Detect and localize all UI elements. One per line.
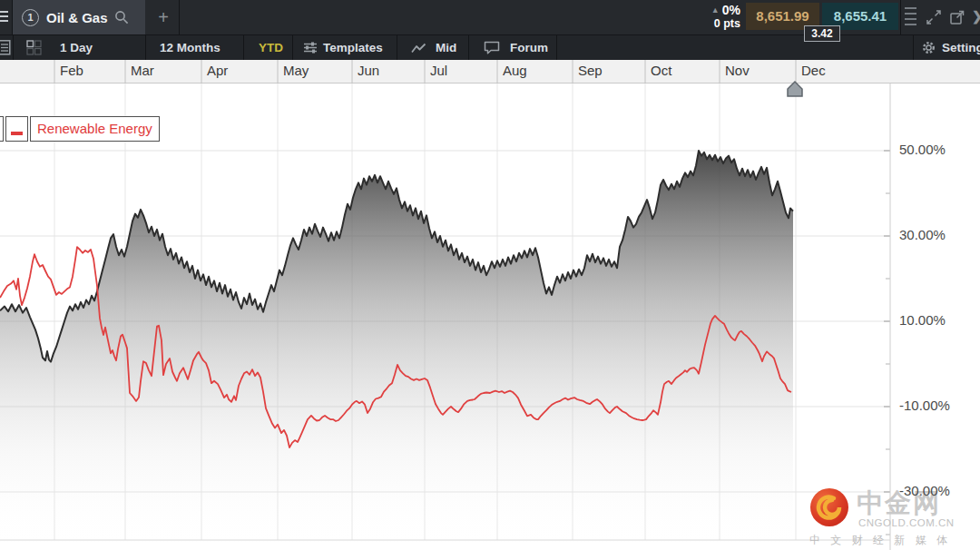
- title-bar: 1 Oil & Gas + ▲0% 0 pts 8,651.99 8,655.4…: [0, 0, 980, 34]
- change-block: ▲0% 0 pts: [682, 3, 740, 31]
- watermark-tagline: 中 文 财 经 新 媒 体: [809, 533, 951, 548]
- watermark-domain: CNGOLD.COM.CN: [858, 517, 955, 528]
- templates-button[interactable]: Templates: [323, 35, 383, 60]
- oil-gas-area: [0, 151, 793, 550]
- sliders-icon: [303, 41, 318, 54]
- red-dash-icon: [11, 132, 23, 135]
- settings-button[interactable]: Settings: [942, 35, 980, 60]
- legend-label-renewable[interactable]: Renewable Energy: [30, 116, 160, 142]
- divider: [243, 35, 244, 60]
- menu-icon[interactable]: [0, 11, 8, 22]
- legend-swatch-renewable[interactable]: [5, 116, 28, 142]
- divider: [145, 35, 146, 60]
- forum-button[interactable]: Forum: [510, 35, 548, 60]
- interval-selector[interactable]: 1 Day: [60, 35, 93, 60]
- gear-icon: [922, 41, 936, 54]
- expand-icon[interactable]: [926, 9, 942, 25]
- range-selector[interactable]: 12 Months: [160, 35, 220, 60]
- chart-panel[interactable]: FebMarAprMayJunJulAugSepOctNovDec 50.00%…: [0, 60, 980, 550]
- divider: [556, 35, 557, 60]
- search-icon[interactable]: [114, 10, 129, 25]
- collapse-chevron-icon[interactable]: ❯: [972, 9, 980, 24]
- chart-legend: Renewable Energy: [0, 116, 160, 142]
- watchlist-icon[interactable]: [0, 40, 11, 55]
- forum-bubble-icon: [484, 41, 500, 54]
- tab-number-badge: 1: [22, 9, 39, 26]
- divider: [913, 35, 914, 60]
- tab-title: Oil & Gas: [46, 10, 108, 25]
- divider: [397, 35, 397, 60]
- trading-app-window: 1 Oil & Gas + ▲0% 0 pts 8,651.99 8,655.4…: [0, 0, 980, 550]
- divider: [179, 0, 180, 34]
- popout-icon[interactable]: [949, 9, 965, 25]
- divider: [468, 35, 469, 60]
- divider: [292, 35, 293, 60]
- add-tab-button[interactable]: +: [149, 0, 178, 34]
- spread-badge: 3.42: [804, 25, 840, 42]
- mid-price-toggle[interactable]: Mid: [436, 35, 456, 60]
- cngold-logo-icon: [809, 487, 849, 527]
- change-points: 0 pts: [682, 17, 740, 31]
- symbol-tab[interactable]: 1 Oil & Gas: [13, 0, 145, 34]
- drag-handle-icon[interactable]: [905, 7, 916, 25]
- watermark-name: 中金网: [857, 486, 941, 522]
- change-percent: 0%: [722, 3, 740, 17]
- legend-box-clipped: [0, 116, 4, 142]
- cngold-watermark: 中金网 CNGOLD.COM.CN 中 文 财 经 新 媒 体: [808, 484, 980, 549]
- layout-grid-icon[interactable]: [26, 40, 42, 55]
- divider: [13, 35, 14, 60]
- ytd-button[interactable]: YTD: [259, 35, 283, 60]
- line-chart-icon: [411, 43, 426, 54]
- up-triangle-icon: ▲: [711, 5, 720, 15]
- divider: [900, 0, 901, 34]
- current-date-marker[interactable]: [788, 82, 802, 96]
